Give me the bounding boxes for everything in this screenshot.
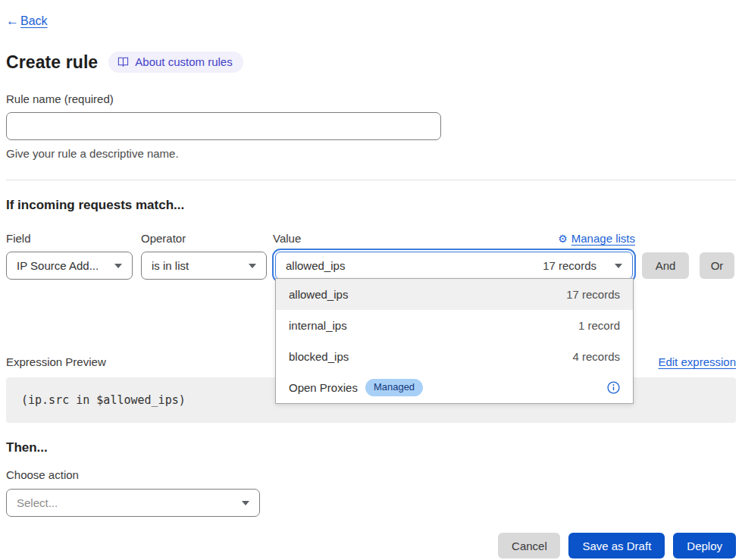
manage-lists-link[interactable]: ⚙ Manage lists [558,232,635,245]
chevron-down-icon [615,264,622,268]
rule-name-label: Rule name (required) [6,92,736,105]
about-custom-rules-label: About custom rules [135,55,232,68]
value-select-name: allowed_ips [286,259,345,272]
back-arrow-icon: ← [6,14,19,29]
rule-name-input[interactable] [6,112,441,140]
edit-expression-link[interactable]: Edit expression [658,355,736,368]
page-title: Create rule [6,52,98,73]
chevron-down-icon [249,264,256,268]
title-row: Create rule About custom rules [6,52,736,73]
cancel-button[interactable]: Cancel [498,533,560,558]
rule-name-helper-text: Give your rule a descriptive name. [6,147,736,160]
list-item-blocked-ips[interactable]: blocked_ips 4 records [276,341,633,372]
back-link-label: Back [20,14,48,28]
gear-icon: ⚙ [558,233,568,244]
manage-lists-label: Manage lists [571,232,635,245]
field-select-value: IP Source Add... [17,259,99,272]
list-item-allowed-ips[interactable]: allowed_ips 17 records [276,279,633,310]
value-label: Value [273,232,301,245]
chevron-down-icon [114,264,122,268]
deploy-button[interactable]: Deploy [673,533,736,558]
condition-row: IP Source Add... is in list allowed_ips … [6,252,736,280]
expression-preview-label: Expression Preview [6,355,106,368]
book-icon [117,56,129,67]
expression-code: (ip.src in $allowed_ips) [21,393,186,407]
about-custom-rules-link[interactable]: About custom rules [108,52,243,73]
back-link[interactable]: ←Back [6,14,48,29]
chevron-down-icon [242,501,249,505]
list-item-name: Open Proxies [289,381,358,394]
field-label: Field [6,232,141,245]
list-item-count: 4 records [572,350,620,363]
value-select-count: 17 records [543,259,596,272]
operator-select[interactable]: is in list [141,252,267,280]
footer-actions: Cancel Save as Draft Deploy [6,533,736,558]
action-select[interactable]: Select... [6,489,260,517]
operator-label: Operator [141,232,273,245]
info-icon[interactable] [607,381,620,394]
ip-list-dropdown-menu: allowed_ips 17 records internal_ips 1 re… [275,278,634,404]
condition-labels-row: Field Operator Value ⚙ Manage lists [6,232,736,245]
field-select[interactable]: IP Source Add... [6,252,133,280]
match-section-heading: If incoming requests match... [6,198,736,213]
choose-action-label: Choose action [6,468,736,481]
save-as-draft-button[interactable]: Save as Draft [568,533,665,558]
or-button[interactable]: Or [700,252,734,279]
then-section-heading: Then... [6,440,736,455]
list-item-name: internal_ips [289,319,347,332]
and-button[interactable]: And [642,252,689,279]
operator-select-value: is in list [152,259,189,272]
managed-badge: Managed [365,379,423,396]
list-item-count: 1 record [578,319,620,332]
section-divider [6,180,736,180]
action-select-placeholder: Select... [17,496,58,509]
list-item-name: allowed_ips [289,288,348,301]
list-item-internal-ips[interactable]: internal_ips 1 record [276,310,633,341]
list-item-name: blocked_ips [289,350,349,363]
list-item-count: 17 records [566,288,620,301]
value-select[interactable]: allowed_ips 17 records [275,252,633,280]
list-item-open-proxies[interactable]: Open Proxies Managed [276,372,633,403]
